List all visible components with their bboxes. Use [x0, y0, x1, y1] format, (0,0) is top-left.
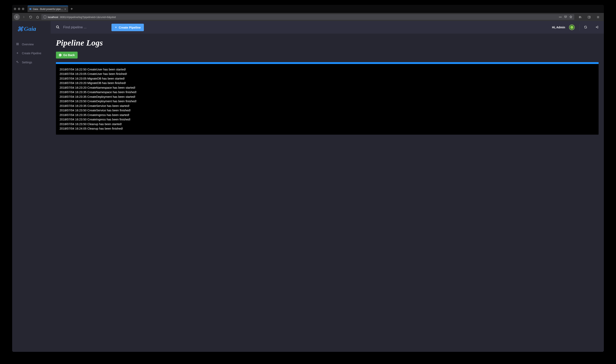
home-button[interactable]	[34, 14, 41, 20]
browser-window: ⌘ Gaia - Build powerful pipelines × + i …	[12, 5, 288, 170]
tabstrip: ⌘ Gaia - Build powerful pipelines × +	[12, 5, 288, 13]
topbar: Create Pipeline Hi, Admin	[51, 21, 288, 34]
url-path: :8081/#/pipeline/log?pipelineid=1&runid=…	[59, 16, 116, 19]
svg-point-12	[56, 26, 59, 28]
gears-icon	[16, 61, 19, 64]
create-pipeline-button[interactable]: Create Pipeline	[111, 24, 144, 31]
window-controls	[14, 8, 24, 10]
app: ⌘Gaia Overview Create Pipeline	[12, 21, 288, 170]
svg-rect-5	[17, 44, 18, 44]
grid-icon	[16, 43, 19, 46]
sidebar-nav: Overview Create Pipeline Settings	[12, 40, 51, 67]
sidebar-item-label: Settings	[22, 61, 32, 64]
url-host: localhost	[48, 16, 58, 19]
new-tab-button[interactable]: +	[68, 7, 75, 11]
maximize-window-icon[interactable]	[22, 8, 24, 10]
reload-button[interactable]	[27, 14, 34, 20]
brand-text: Gaia	[24, 25, 36, 32]
svg-rect-2	[17, 43, 18, 43]
create-pipeline-label: Create Pipeline	[119, 26, 141, 29]
brand-logo[interactable]: ⌘Gaia	[12, 22, 51, 34]
sidebar-item-label: Overview	[22, 43, 34, 46]
log-progress-bar	[56, 62, 288, 64]
log-output: 2018/07/04 16:22:50 CreateUser has been …	[56, 64, 288, 135]
main: Create Pipeline Hi, Admin Pipeline Logs	[51, 21, 288, 170]
svg-point-11	[18, 62, 18, 63]
svg-rect-1	[16, 43, 17, 43]
browser-tab[interactable]: ⌘ Gaia - Build powerful pipelines ×	[27, 6, 68, 12]
nav-back-button[interactable]	[14, 14, 20, 20]
url-toolbar: i localhost:8081/#/pipeline/log?pipeline…	[12, 13, 288, 21]
sidebar-item-label: Create Pipeline	[22, 52, 41, 55]
svg-rect-8	[17, 45, 18, 45]
sidebar: ⌘Gaia Overview Create Pipeline	[12, 21, 51, 170]
brand-swirl-icon: ⌘	[17, 26, 23, 33]
close-window-icon[interactable]	[14, 8, 16, 10]
go-back-label: Go Back	[63, 53, 75, 57]
page-title: Pipeline Logs	[56, 38, 288, 48]
svg-point-10	[17, 61, 18, 62]
url-input[interactable]: i localhost:8081/#/pipeline/log?pipeline…	[41, 14, 288, 20]
close-tab-icon[interactable]: ×	[64, 8, 66, 11]
search-icon	[56, 25, 60, 30]
sidebar-item-create-pipeline[interactable]: Create Pipeline	[12, 49, 51, 58]
nav-forward-button[interactable]	[21, 14, 27, 20]
site-info-icon[interactable]: i	[43, 15, 47, 19]
svg-rect-6	[18, 44, 19, 44]
minimize-window-icon[interactable]	[18, 8, 20, 10]
svg-rect-3	[18, 43, 19, 43]
favicon-icon: ⌘	[29, 8, 32, 11]
search-input[interactable]	[63, 25, 108, 29]
log-panel: 2018/07/04 16:22:50 CreateUser has been …	[56, 62, 288, 135]
sidebar-item-settings[interactable]: Settings	[12, 58, 51, 67]
content: Pipeline Logs Go Back 2018/07/04 16:22:5…	[51, 34, 288, 139]
arrow-left-circle-icon	[59, 54, 62, 56]
svg-rect-7	[16, 45, 17, 45]
tab-title: Gaia - Build powerful pipelines	[33, 8, 63, 11]
plus-icon	[16, 52, 19, 55]
svg-point-13	[59, 54, 62, 56]
svg-rect-9	[18, 45, 19, 45]
plus-icon	[115, 26, 117, 29]
sidebar-item-overview[interactable]: Overview	[12, 40, 51, 49]
go-back-button[interactable]: Go Back	[56, 52, 78, 59]
svg-rect-4	[16, 44, 17, 44]
